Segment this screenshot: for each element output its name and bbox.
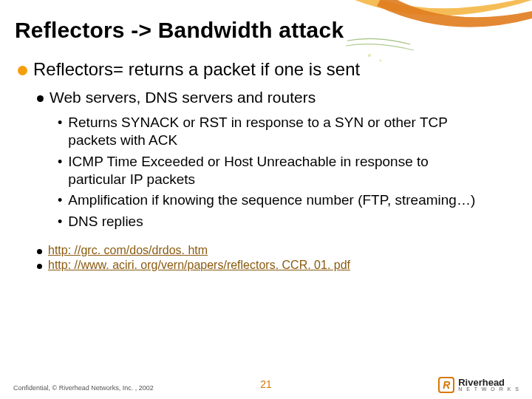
slide-content: Reflectors -> Bandwidth attack Reflector… (0, 0, 532, 399)
reference-link-row: http: //grc. com/dos/drdos. htm (15, 244, 511, 257)
bullet-level3: • DNS replies (15, 213, 511, 231)
level3-text: Returns SYNACK or RST in response to a S… (68, 114, 489, 150)
bullet-level2: Web servers, DNS servers and routers (15, 89, 511, 106)
logo-name: Riverhead (458, 378, 520, 387)
bullet-icon: • (58, 191, 62, 209)
dot-icon (37, 264, 42, 269)
level3-text: DNS replies (68, 213, 143, 231)
reference-link-row: http: //www. aciri. org/vern/papers/refl… (15, 259, 511, 272)
bullet-icon: • (58, 213, 62, 231)
bullet-level3: • Amplification if knowing the sequence … (15, 191, 511, 209)
links-block: http: //grc. com/dos/drdos. htm http: //… (15, 244, 511, 272)
logo-text: Riverhead N E T W O R K S (458, 378, 520, 392)
slide-title: Reflectors -> Bandwidth attack (15, 18, 511, 43)
riverhead-logo: R Riverhead N E T W O R K S (438, 377, 520, 393)
bullet-level3: • Returns SYNACK or RST in response to a… (15, 114, 511, 150)
reference-link[interactable]: http: //grc. com/dos/drdos. htm (48, 244, 208, 257)
level3-text: Amplification if knowing the sequence nu… (68, 191, 475, 209)
disc-icon (18, 66, 27, 75)
level1-text: Reflectors= returns a packet if one is s… (33, 59, 360, 80)
level3-text: ICMP Time Exceeded or Host Unreachable i… (68, 153, 489, 189)
level2-text: Web servers, DNS servers and routers (50, 89, 316, 106)
page-number: 21 (260, 378, 272, 390)
logo-mark-icon: R (438, 377, 454, 393)
dot-icon (37, 95, 44, 102)
bullet-level1: Reflectors= returns a packet if one is s… (15, 59, 511, 80)
reference-link[interactable]: http: //www. aciri. org/vern/papers/refl… (48, 259, 350, 272)
dot-icon (37, 249, 42, 254)
bullet-icon: • (58, 114, 62, 132)
bullet-icon: • (58, 153, 62, 171)
bullet-level3: • ICMP Time Exceeded or Host Unreachable… (15, 153, 511, 189)
logo-subtitle: N E T W O R K S (458, 387, 520, 392)
confidential-footer: Confidential, © Riverhead Networks, Inc.… (13, 384, 154, 392)
